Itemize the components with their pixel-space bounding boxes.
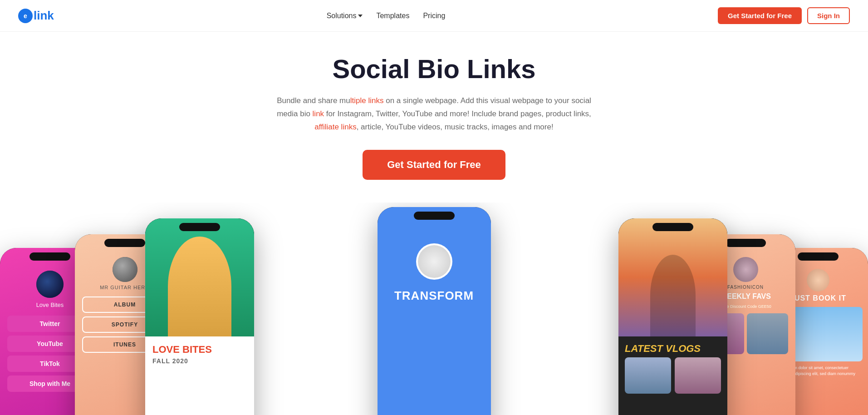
phone-5-lower: LATEST VLOGS [618,336,727,415]
phone-3: LOVE BITES FALL 2020 [145,218,254,415]
phone-3-subtitle: FALL 2020 [152,357,247,365]
phone-5-title: LATEST VLOGS [625,343,721,355]
phone-7-notch [798,252,839,261]
phone-5-notch [652,223,693,231]
phone-3-screen: LOVE BITES FALL 2020 [145,218,254,415]
phone-5: LATEST VLOGS [618,218,727,415]
phone-3-figure [168,237,231,336]
phone-4-notch [414,212,455,220]
logo-e: e [24,12,27,20]
phone-1-avatar-image [36,271,64,298]
phone-4-content: TRANSFORM [378,207,491,312]
nav-solutions[interactable]: Solutions [327,12,363,20]
logo-icon: e [18,9,33,23]
phone-6-card-2 [747,313,788,354]
navbar: e link Solutions Templates Pricing Get S… [0,0,868,32]
phone-1-avatar [36,271,64,298]
nav-links: Solutions Templates Pricing [327,12,446,20]
phone-3-image [145,218,254,336]
phone-4-circle [416,243,452,280]
phone-1-notch [29,252,70,261]
nav-pricing[interactable]: Pricing [423,12,445,20]
phone-5-image [618,218,727,336]
phone-3-lower: LOVE BITES FALL 2020 [145,336,254,415]
nav-cta-group: Get Started for Free Sign In [718,7,850,24]
phone-5-cards [625,357,721,394]
phone-4-circle-image [418,245,451,278]
phone-5-card-2 [675,357,721,394]
phone-6-avatar [733,257,758,282]
phone-5-screen: LATEST VLOGS [618,218,727,415]
nav-templates[interactable]: Templates [376,12,409,20]
nav-get-started-button[interactable]: Get Started for Free [718,7,802,24]
phone-6-notch [725,239,766,247]
phone-2-notch [104,239,145,247]
logo-text: link [34,9,54,23]
logo[interactable]: e link [18,9,54,23]
phone-2-avatar [113,257,137,282]
phone-5-card-1 [625,357,671,394]
phone-5-figure [650,255,696,336]
phones-section: Love Bites Twitter YouTube TikTok Shop w… [0,203,868,415]
phone-4: TRANSFORM [378,207,491,415]
hero-title: Social Bio Links [0,54,868,84]
chevron-down-icon [358,15,363,17]
hero-cta-button[interactable]: Get Started for Free [363,150,505,180]
phone-2-avatar-image [113,257,137,282]
phone-3-notch [179,223,220,231]
phone-4-screen: TRANSFORM [378,207,491,415]
nav-signin-button[interactable]: Sign In [807,7,850,24]
phone-4-title: TRANSFORM [387,289,482,303]
phone-7-avatar [807,269,829,291]
phone-3-title: LOVE BITES [152,344,247,356]
hero-subtitle: Bundle and share multiple links on a sin… [275,94,593,134]
